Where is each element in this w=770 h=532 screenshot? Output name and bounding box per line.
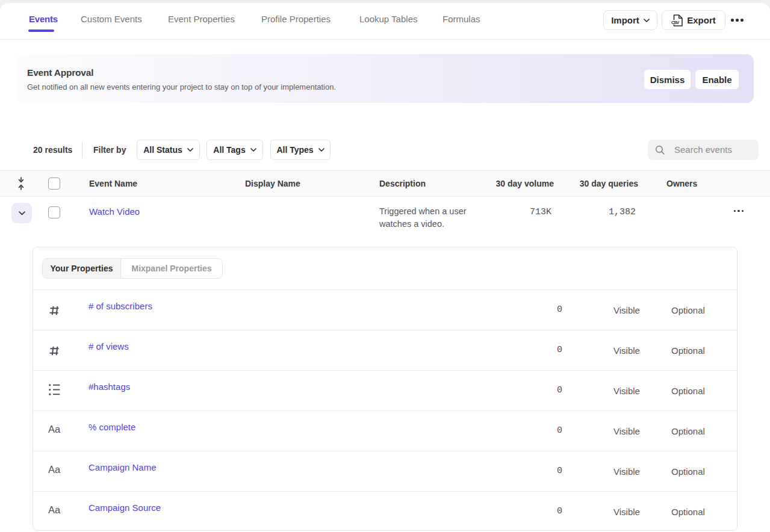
svg-text:CSV: CSV xyxy=(671,20,680,25)
